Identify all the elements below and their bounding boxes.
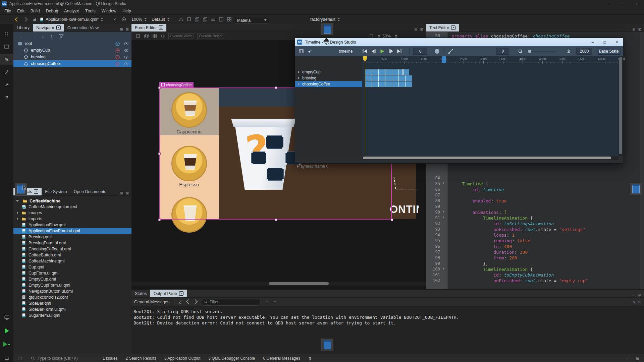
previous-frame-button[interactable] [370,49,376,54]
navigator-item-root[interactable]: root [13,40,131,47]
minimize-button[interactable]: – [602,0,616,7]
form-editor-tab-form-editor[interactable]: Form Editor× [131,24,166,32]
curve-picker-icon[interactable]: ✂ [305,46,315,56]
pane-split-icon[interactable]: ⊞ [415,27,418,32]
timeline-horizontal-scrollbar[interactable] [362,156,619,160]
timeline-track-choosingCoffee[interactable]: choosingCoffee [295,81,362,87]
output-tab-output-pane[interactable]: Output Pane× [150,290,186,297]
keyframe-bar-brewing[interactable] [365,75,412,81]
close-button[interactable]: × [630,0,644,7]
zoom-in-text-icon[interactable]: + [265,299,269,305]
device-monitor-icon[interactable] [0,312,13,323]
scrollbar-thumb[interactable] [363,157,611,159]
file-ApplicationFlowForm.ui.qml[interactable]: ApplicationFlowForm.ui.qml [13,228,131,234]
debug-run-button[interactable] [0,339,13,350]
selection-handle[interactable] [275,86,277,89]
navigator-item-brewing[interactable]: brewing [13,54,131,60]
grid-view-icon[interactable] [227,17,232,22]
filter-icon[interactable] [59,34,64,39]
easing-curve-icon[interactable] [448,46,453,56]
keyframe-bar-emptyCup[interactable] [365,69,409,75]
file-BrewingForm.ui.qml[interactable]: BrewingForm.ui.qml [13,240,131,246]
fullscreen-icon[interactable]: ⊞ [636,356,639,361]
zoom-out-icon[interactable] [518,46,523,56]
file-NavigationButton.ui.qml[interactable]: NavigationButton.ui.qml [13,288,131,294]
editor-scrollbar[interactable] [640,32,644,289]
zoom-stepper[interactable] [378,35,380,38]
to-end-button[interactable] [396,49,402,54]
canvas-horizontal-scrollbar[interactable] [131,282,426,286]
pane-close-icon[interactable]: ⊠ [638,27,641,32]
status-panel-application-output[interactable]: 3 Application Output [160,354,204,362]
timeline-titlebar[interactable]: DS Timeline - Qt Design Studio – □ × [295,38,623,46]
maximize-button[interactable]: □ [616,0,630,7]
locator-input[interactable]: Type to locate (Ctrl+K) [26,354,82,362]
status-panel-qml-debugger-console[interactable]: 5 QML Debugger Console [204,354,259,362]
status-panel-issues[interactable]: 1 Issues [99,354,122,362]
export-toggle-icon[interactable] [115,61,120,66]
menu-file[interactable]: File [1,7,14,15]
file-ApplicationFlow.qml[interactable]: ApplicationFlow.qml [13,222,131,228]
clone-icon[interactable] [203,17,208,22]
timeline-minimize-button[interactable]: – [587,38,599,46]
projects-tab-open-documents[interactable]: Open Documents [70,188,109,195]
override-width-field[interactable]: Override Width [168,33,194,39]
kit-selector[interactable]: factorydefault [310,15,340,23]
override-height-field[interactable]: Override Height [197,33,224,39]
status-panel-general-messages[interactable]: 6 General Messages [259,354,304,362]
projects-tab-file-system[interactable]: File System [42,188,70,195]
material-dropdown[interactable]: Material [235,16,269,24]
file-ChoosingCoffee.ui.qml[interactable]: ChoosingCoffee.ui.qml [13,246,131,252]
frame-icon[interactable] [186,17,192,22]
timeline-track-lane[interactable]: 5001000150020002500300035004000450050005… [362,56,619,156]
forward-icon[interactable] [23,15,27,23]
zoom-stepper-2[interactable] [395,35,397,38]
timeline-track-emptyCup[interactable]: emptyCup [295,69,362,75]
pane-split-icon[interactable]: ⊞ [633,27,636,32]
timeline-ruler[interactable]: 5001000150020002500300035004000450050005… [362,56,619,64]
menu-edit[interactable]: Edit [14,7,28,15]
hide-right-sidebar-icon[interactable]: ▭ [627,356,631,361]
pane-split-icon[interactable]: ⊞ [633,293,636,297]
text-editor-tab-text-editor[interactable]: Text Editor× [426,24,459,32]
timeline-vertical-scrollbar[interactable] [619,56,623,156]
prev-item-icon[interactable] [187,300,190,304]
file-Brewing.qml[interactable]: Brewing.qml [13,234,131,240]
selection-handle[interactable] [158,86,161,89]
navigator-item-emptyCup[interactable]: emptyCup [13,47,131,54]
stack-icon[interactable] [195,17,200,22]
selection-handle[interactable] [275,219,277,221]
collapse-pane-icon[interactable]: ∨ [633,300,636,304]
visibility-eye-icon[interactable] [124,55,129,60]
console-output[interactable]: Boot2Qt: Starting QDB host server.Boot2Q… [131,307,644,354]
next-frame-button[interactable] [388,49,393,54]
selection-handle[interactable] [158,219,161,221]
timeline-end-marker[interactable] [442,56,446,63]
pane-close-icon[interactable]: ⊠ [126,191,129,195]
pane-close-icon[interactable]: ⊠ [126,27,129,32]
file-SugarItem.ui.qml[interactable]: SugarItem.ui.qml [13,312,131,318]
visibility-eye-icon[interactable] [124,61,129,66]
edit-pencil-icon[interactable]: ✎ [0,54,13,65]
end-frame-field[interactable]: 2000 [576,48,592,55]
style-selector[interactable]: Default [152,15,170,23]
export-toggle-icon[interactable] [115,48,120,53]
menu-help[interactable]: Help [119,7,134,15]
navigator-item-choosingCoffee[interactable]: choosingCoffee [13,60,131,67]
file-qtquickcontrols2.conf[interactable]: qtquickcontrols2.conf [13,294,131,300]
play-button[interactable] [379,49,385,54]
zoom-selector[interactable]: 100% [131,15,147,23]
navigator-tab-navigator[interactable]: Navigator× [33,24,64,32]
move-down-icon[interactable]: ↓ [42,33,44,39]
file-EmptyCupForm.ui.qml[interactable]: EmptyCupForm.ui.qml [13,282,131,288]
run-target-icon[interactable] [121,15,126,23]
to-start-button[interactable] [362,49,367,54]
sidebar-toggle-icon[interactable] [13,354,26,362]
next-item-icon[interactable] [194,300,197,304]
snap-icon[interactable] [152,34,157,39]
move-right-icon[interactable]: → [31,33,36,39]
selection-handle[interactable] [391,219,393,221]
file-EmptyCup.qml[interactable]: EmptyCup.qml [13,276,131,282]
run-button[interactable] [0,325,13,336]
list-view-icon[interactable] [211,17,216,22]
